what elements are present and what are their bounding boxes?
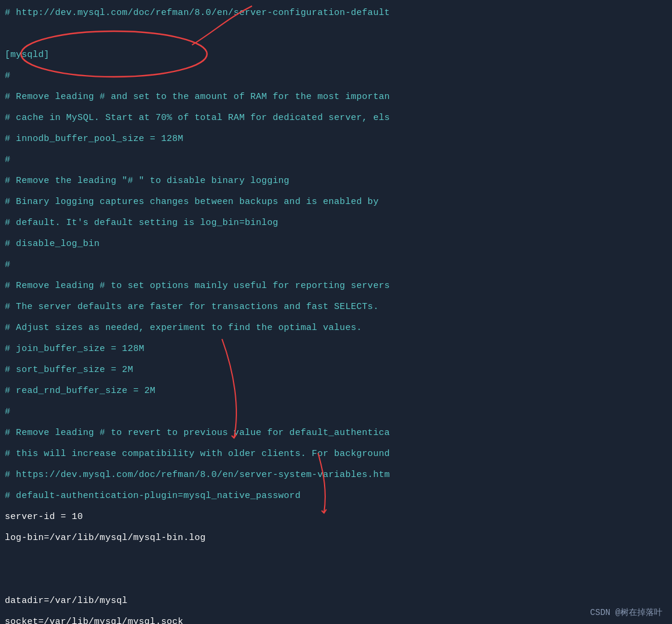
line-30: socket=/var/lib/mysql/mysql.sock bbox=[0, 611, 672, 624]
line-content-20: # bbox=[5, 403, 10, 421]
line-content-16: # Adjust sizes as needed, experiment to … bbox=[5, 319, 362, 337]
line-8: # bbox=[0, 149, 672, 170]
line-6: # cache in MySQL. Start at 70% of total … bbox=[0, 107, 672, 128]
line-content-22: # this will increase compatibility with … bbox=[5, 445, 390, 463]
line-content-26: log-bin=/var/lib/mysql/mysql-bin.log bbox=[5, 529, 206, 547]
line-15: # The server defaults are faster for tra… bbox=[0, 296, 672, 317]
line-4: # bbox=[0, 65, 672, 86]
line-content-14: # Remove leading # to set options mainly… bbox=[5, 277, 390, 295]
line-content-5: # Remove leading # and set to the amount… bbox=[5, 88, 390, 106]
line-content-11: # default. It's default setting is log_b… bbox=[5, 214, 278, 232]
code-editor: # http://dev.mysql.com/doc/refman/8.0/en… bbox=[0, 0, 672, 624]
line-28 bbox=[0, 569, 672, 590]
line-21: # Remove leading # to revert to previous… bbox=[0, 422, 672, 443]
line-content-4: # bbox=[5, 67, 10, 85]
line-content-19: # read_rnd_buffer_size = 2M bbox=[5, 382, 155, 400]
line-content-3: [mysqld] bbox=[5, 46, 49, 64]
line-14: # Remove leading # to set options mainly… bbox=[0, 275, 672, 296]
line-26: log-bin=/var/lib/mysql/mysql-bin.log bbox=[0, 527, 672, 548]
line-23: # https://dev.mysql.com/doc/refman/8.0/e… bbox=[0, 464, 672, 485]
line-29: datadir=/var/lib/mysql bbox=[0, 590, 672, 611]
line-18: # sort_buffer_size = 2M bbox=[0, 359, 672, 380]
line-19: # read_rnd_buffer_size = 2M bbox=[0, 380, 672, 401]
line-5: # Remove leading # and set to the amount… bbox=[0, 86, 672, 107]
line-7: # innodb_buffer_pool_size = 128M bbox=[0, 128, 672, 149]
line-27 bbox=[0, 548, 672, 569]
watermark: CSDN @树在掉落叶 bbox=[590, 607, 662, 618]
code-lines: # http://dev.mysql.com/doc/refman/8.0/en… bbox=[0, 2, 672, 624]
line-content-18: # sort_buffer_size = 2M bbox=[5, 361, 133, 379]
line-content-25: server-id = 10 bbox=[5, 508, 83, 526]
line-22: # this will increase compatibility with … bbox=[0, 443, 672, 464]
line-12: # disable_log_bin bbox=[0, 233, 672, 254]
line-content-6: # cache in MySQL. Start at 70% of total … bbox=[5, 109, 390, 127]
line-10: # Binary logging captures changes betwee… bbox=[0, 191, 672, 212]
line-2 bbox=[0, 23, 672, 44]
line-content-23: # https://dev.mysql.com/doc/refman/8.0/e… bbox=[5, 466, 390, 484]
line-content-21: # Remove leading # to revert to previous… bbox=[5, 424, 390, 442]
line-content-29: datadir=/var/lib/mysql bbox=[5, 592, 128, 610]
line-13: # bbox=[0, 254, 672, 275]
line-1: # http://dev.mysql.com/doc/refman/8.0/en… bbox=[0, 2, 672, 23]
line-content-8: # bbox=[5, 151, 10, 169]
line-content-30: socket=/var/lib/mysql/mysql.sock bbox=[5, 613, 184, 624]
line-3: [mysqld] bbox=[0, 44, 672, 65]
line-content-7: # innodb_buffer_pool_size = 128M bbox=[5, 130, 184, 148]
line-content-24: # default-authentication-plugin=mysql_na… bbox=[5, 487, 301, 505]
line-content-9: # Remove the leading "# " to disable bin… bbox=[5, 172, 289, 190]
line-content-15: # The server defaults are faster for tra… bbox=[5, 298, 379, 316]
line-9: # Remove the leading "# " to disable bin… bbox=[0, 170, 672, 191]
line-content-17: # join_buffer_size = 128M bbox=[5, 340, 145, 358]
line-17: # join_buffer_size = 128M bbox=[0, 338, 672, 359]
line-24: # default-authentication-plugin=mysql_na… bbox=[0, 485, 672, 506]
line-content-1: # http://dev.mysql.com/doc/refman/8.0/en… bbox=[5, 4, 390, 22]
line-20: # bbox=[0, 401, 672, 422]
line-content-10: # Binary logging captures changes betwee… bbox=[5, 193, 379, 211]
line-11: # default. It's default setting is log_b… bbox=[0, 212, 672, 233]
line-content-12: # disable_log_bin bbox=[5, 235, 100, 253]
line-content-13: # bbox=[5, 256, 10, 274]
line-16: # Adjust sizes as needed, experiment to … bbox=[0, 317, 672, 338]
line-25: server-id = 10 bbox=[0, 506, 672, 527]
